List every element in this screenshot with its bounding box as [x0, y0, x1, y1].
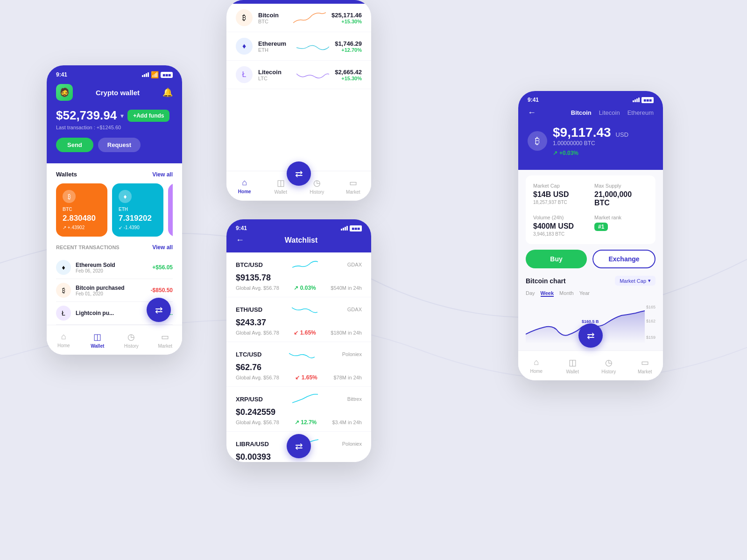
p4-nav-market[interactable]: ▭ Market	[627, 351, 663, 380]
tx-btc-date: Feb 01, 2020	[76, 291, 146, 296]
p4-wallet-nav-icon: ◫	[569, 357, 577, 368]
wl-eth-change: ↙ 1.65%	[294, 329, 316, 336]
time-year[interactable]: Year	[579, 290, 590, 297]
time-tabs: Day Week Month Year	[526, 290, 655, 297]
avatar[interactable]: 🧔	[56, 84, 73, 101]
time-day[interactable]: Day	[526, 290, 535, 297]
tx-ltc-info: Lightcoin pu...	[76, 310, 149, 316]
p4-bottom-nav: ⌂ Home ◫ Wallet ◷ History ▭ Market	[518, 350, 663, 380]
status-icons: 📶 ■■■	[142, 71, 173, 78]
tx-btc-amount: -$850.50	[151, 287, 173, 294]
eth-market-change: +12.70%	[335, 47, 362, 53]
swap-fab-4[interactable]: ⇄	[578, 323, 603, 348]
ltc-card[interactable]: LT 4	[168, 183, 173, 237]
wl-eth-chart	[292, 303, 317, 316]
wallets-title: Wallets	[56, 171, 77, 178]
market-eth-item[interactable]: ♦ Ethereum ETH $1,746.29 +12.70%	[226, 32, 371, 61]
tx-eth-icon: ♦	[56, 260, 71, 275]
market-btc-item[interactable]: ₿ Bitcoin BTC $25,171.46 +15.30%	[226, 4, 371, 32]
wl-xrp-change: ↗ 12.7%	[295, 419, 317, 426]
swap-fab[interactable]: ⇄	[147, 298, 171, 322]
eth-icon: ♦	[119, 190, 132, 203]
last-transaction: Last transaction : +$1245.60	[56, 125, 173, 130]
p2-market-icon: ▭	[349, 178, 357, 188]
tx-item-eth[interactable]: ♦ Ethereum Sold Feb 06, 2020 +$56.05	[56, 256, 173, 279]
buy-button[interactable]: Buy	[526, 250, 587, 268]
market-ltc-item[interactable]: Ł Litecoin LTC $2,665.42 +15.30%	[226, 61, 371, 89]
max-supply-value: 21,000,000 BTC	[594, 190, 648, 207]
p4-body: Market Cap $14B USD 18,257,937 BTC Max S…	[518, 170, 663, 380]
wl-eth-avg: Global Avg. $56.78	[236, 330, 279, 336]
volume-label: Volume (24h)	[533, 215, 587, 220]
add-funds-button[interactable]: +Add funds	[127, 110, 169, 122]
swap-fab-3[interactable]: ⇄	[287, 434, 311, 458]
p4-market-label: Market	[638, 369, 652, 374]
volume-value: $400M USD	[533, 222, 587, 231]
p4-nav-home[interactable]: ⌂ Home	[518, 351, 555, 380]
volume-sub: 3,946,183 BTC	[533, 231, 587, 237]
wl-btc-change: ↗ 0.03%	[294, 285, 316, 291]
rank-label: Market rank	[594, 215, 648, 220]
tx-eth-name: Ethereum Sold	[76, 262, 148, 268]
p4-back-button[interactable]: ←	[528, 108, 536, 118]
eth-circle-icon: ♦	[236, 38, 253, 55]
wl-eth[interactable]: ETH/USD GDAX $243.37 Global Avg. $56.78 …	[226, 297, 371, 342]
p2-history-label: History	[310, 189, 324, 195]
p4-change-value: +0.03%	[559, 150, 578, 156]
tx-btc-name: Bitcoin purchased	[76, 285, 146, 291]
p4-tab-ethereum[interactable]: Ethereum	[627, 109, 654, 116]
nav-history-label: History	[124, 343, 139, 349]
wl-ltc-pair: LTC/USD	[236, 351, 261, 358]
nav-history[interactable]: ◷ History	[114, 325, 148, 355]
nav-market[interactable]: ▭ Market	[148, 325, 183, 355]
tx-btc-info: Bitcoin purchased Feb 01, 2020	[76, 285, 146, 296]
p4-market-icon: ▭	[641, 357, 649, 368]
eth-market-price: $1,746.29	[335, 40, 362, 47]
tx-view-all[interactable]: View all	[152, 244, 173, 251]
stat-volume: Volume (24h) $400M USD 3,946,183 BTC	[533, 215, 587, 237]
back-button[interactable]: ←	[236, 235, 244, 245]
wl-btc-pair: BTC/USD	[236, 261, 263, 268]
ltc-ticker: LTC	[258, 76, 291, 81]
nav-home[interactable]: ⌂ Home	[47, 325, 81, 355]
swap-fab-2[interactable]: ⇄	[287, 161, 311, 186]
history-icon: ◷	[127, 332, 135, 342]
p4-nav-history[interactable]: ◷ History	[591, 351, 627, 380]
btc-price-info: $25,171.46 +15.30%	[331, 12, 362, 24]
phone2-nav-home[interactable]: ⌂ Home	[226, 171, 263, 201]
chart-filter-button[interactable]: Market Cap ▾	[615, 276, 655, 286]
wl-btc[interactable]: BTC/USD GDAX $9135.78 Global Avg. $56.78…	[226, 252, 371, 297]
eth-amount: 7.319202	[119, 214, 157, 223]
phone2-nav-market[interactable]: ▭ Market	[335, 171, 372, 201]
exchange-button[interactable]: Exchange	[592, 250, 655, 268]
wl-xrp-avg: Global Avg. $56.78	[236, 420, 279, 425]
wl-xrp-pair: XRP/USD	[236, 396, 263, 403]
tx-ltc-icon: Ł	[56, 306, 71, 321]
btc-amount: 2.830480	[63, 214, 101, 223]
nav-wallet[interactable]: ◫ Wallet	[81, 325, 115, 355]
wl-btc-avg: Global Avg. $56.78	[236, 285, 279, 291]
send-button[interactable]: Send	[56, 138, 93, 152]
btc-card[interactable]: ₿ BTC 2.830480 ↗ +.43902	[56, 183, 107, 237]
request-button[interactable]: Request	[98, 138, 141, 152]
market-cap-sub: 18,257,937 BTC	[533, 200, 587, 205]
notification-icon[interactable]: 🔔	[162, 87, 173, 98]
wl-ltc[interactable]: LTC/USD Poloniex $62.76 Global Avg. $56.…	[226, 342, 371, 387]
time-month[interactable]: Month	[559, 290, 574, 297]
p4-change: ↗ +0.03%	[553, 150, 578, 156]
stat-max-supply: Max Supply 21,000,000 BTC	[594, 183, 648, 207]
svg-text:$165 B: $165 B	[646, 305, 655, 309]
time-week[interactable]: Week	[541, 290, 554, 297]
eth-card[interactable]: ♦ ETH 7.319202 ↙ -1.4390	[112, 183, 163, 237]
watchlist-body: BTC/USD GDAX $9135.78 Global Avg. $56.78…	[226, 252, 371, 462]
watchlist-title: Watchlist	[249, 236, 353, 245]
p4-tab-litecoin[interactable]: Litecoin	[599, 109, 620, 116]
p4-price: $9,117.43	[553, 125, 611, 140]
wl-xrp-price: $0.242559	[236, 407, 362, 417]
p2-wallet-label: Wallet	[275, 189, 287, 195]
wallets-view-all[interactable]: View all	[152, 171, 173, 178]
phone-wallet: 9:41 📶 ■■■ 🧔 Crypto wallet 🔔	[47, 65, 182, 355]
p4-tab-bitcoin[interactable]: Bitcoin	[571, 109, 592, 116]
wl-xrp[interactable]: XRP/USD Bittrex $0.242559 Global Avg. $5…	[226, 387, 371, 432]
p4-nav-wallet[interactable]: ◫ Wallet	[555, 351, 591, 380]
